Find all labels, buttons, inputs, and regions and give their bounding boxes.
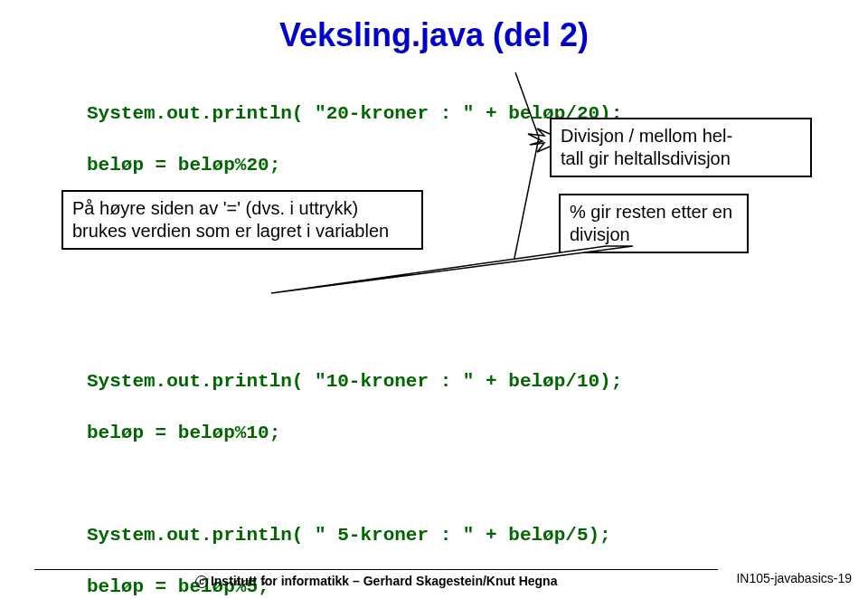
annotation-percent: % gir resten etter en divisjon	[559, 194, 749, 253]
code-line: beløp = beløp%10;	[87, 421, 868, 446]
footer-center: cInstitutt for informatikk – Gerhard Ska…	[34, 569, 718, 588]
code-line: System.out.println( " 5-kroner : " + bel…	[87, 523, 868, 548]
copyright-icon: c	[195, 575, 208, 588]
code-line: System.out.println( "10-kroner : " + bel…	[87, 369, 868, 395]
page-title: Veksling.java (del 2)	[0, 16, 868, 54]
annotation-assignment: På høyre siden av '=' (dvs. i uttrykk) b…	[61, 190, 423, 250]
footer: cInstitutt for informatikk – Gerhard Ska…	[0, 569, 868, 588]
footer-right: IN105-javabasics-19	[736, 571, 852, 585]
annotation-division: Divisjon / mellom hel- tall gir heltalls…	[550, 118, 812, 177]
